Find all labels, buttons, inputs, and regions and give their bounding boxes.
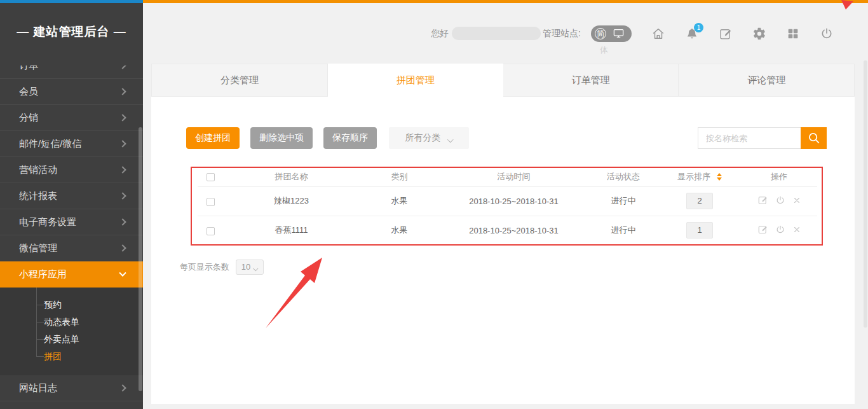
sidebar-item-members[interactable]: 会员 — [0, 79, 143, 105]
edit-icon[interactable] — [757, 224, 768, 235]
tab-category-management[interactable]: 分类管理 — [151, 64, 328, 97]
sidebar-item-miniprogram[interactable]: 小程序应用 — [0, 261, 143, 288]
submenu-item-label: 拼团 — [44, 351, 62, 361]
groupbuy-table: 拼团名称 类别 活动时间 活动状态 显示排序 操作 — [198, 167, 817, 246]
cell-status: 进行中 — [588, 186, 658, 216]
disable-power-icon[interactable] — [775, 225, 785, 235]
search-input[interactable] — [698, 127, 801, 149]
sidebar-item-wechat[interactable]: 微信管理 — [0, 235, 143, 261]
chevron-right-icon — [119, 244, 126, 251]
cell-name: 香蕉1111 — [223, 216, 360, 245]
tab-label: 订单管理 — [571, 74, 609, 87]
main-area: 您好 管理站点: 简 体 1 分类管理 — [143, 3, 868, 409]
masked-username — [452, 27, 541, 40]
submenu-item-label: 动态表单 — [44, 317, 79, 327]
settings-gear-icon[interactable] — [752, 27, 766, 41]
save-order-button[interactable]: 保存顺序 — [323, 127, 377, 149]
column-header-status: 活动状态 — [588, 167, 658, 186]
search-box — [698, 127, 827, 149]
submenu-item-group-buy[interactable]: 拼团 — [0, 348, 143, 365]
toolbar: 创建拼团 删除选中项 保存顺序 所有分类 — [151, 97, 855, 149]
sidebar: — 建站管理后台 — 订单 会员 分销 邮件/短信/微信 营销活动 统计报表 电… — [0, 3, 143, 409]
submenu-item-takeout[interactable]: 外卖点单 — [0, 331, 143, 348]
tab-comment-management[interactable]: 评论管理 — [679, 64, 855, 97]
sidebar-item-label: 会员 — [19, 86, 38, 98]
sidebar-item-site-log[interactable]: 网站日志 — [0, 375, 143, 401]
delete-x-icon[interactable] — [792, 196, 801, 205]
sidebar-scrollbar-thumb[interactable] — [139, 127, 142, 391]
sidebar-item-label: 营销活动 — [19, 164, 57, 176]
row-checkbox[interactable] — [207, 227, 215, 235]
disable-power-icon[interactable] — [775, 195, 785, 205]
cell-status: 进行中 — [588, 216, 658, 245]
notifications-bell-icon[interactable]: 1 — [685, 27, 699, 41]
order-input[interactable]: 1 — [686, 222, 713, 239]
content-top-strip — [143, 0, 868, 3]
submenu-item-label: 外卖点单 — [44, 334, 79, 344]
sidebar-item-marketing[interactable]: 营销活动 — [0, 157, 143, 183]
language-switch-pill[interactable]: 简 体 — [591, 25, 632, 42]
sort-desc-icon — [717, 177, 722, 181]
category-filter-dropdown[interactable]: 所有分类 — [389, 127, 469, 149]
search-button[interactable] — [801, 127, 827, 149]
tab-groupbuy-management[interactable]: 拼团管理 — [328, 64, 503, 97]
sidebar-submenu: 预约 动态表单 外卖点单 拼团 — [0, 288, 143, 375]
sidebar-item-orders[interactable]: 订单 — [0, 66, 143, 79]
tab-label: 拼团管理 — [397, 74, 435, 87]
apps-grid-icon[interactable] — [786, 27, 800, 41]
sidebar-item-label: 统计报表 — [19, 190, 57, 202]
home-icon[interactable] — [651, 27, 665, 41]
per-page-value: 10 — [241, 262, 250, 272]
submenu-item-label: 预约 — [44, 300, 62, 310]
sidebar-item-label: 订单 — [19, 66, 38, 72]
column-header-name: 拼团名称 — [223, 167, 360, 186]
delete-x-icon[interactable] — [792, 225, 801, 234]
edit-compose-icon[interactable] — [719, 27, 733, 41]
sidebar-item-label: 网站日志 — [19, 382, 57, 394]
chevron-down-icon — [119, 269, 126, 276]
row-actions — [757, 195, 801, 205]
chevron-right-icon — [119, 66, 126, 69]
sidebar-item-label: 小程序应用 — [19, 268, 67, 281]
tab-order-management[interactable]: 订单管理 — [503, 64, 679, 97]
monitor-icon — [613, 27, 625, 39]
sort-toggle-icon[interactable] — [717, 173, 722, 181]
delete-selected-button[interactable]: 删除选中项 — [250, 127, 313, 149]
create-groupbuy-button[interactable]: 创建拼团 — [186, 127, 240, 149]
greeting-label: 您好 — [431, 28, 449, 39]
order-input[interactable]: 2 — [686, 193, 713, 209]
sidebar-item-label: 微信管理 — [19, 242, 57, 254]
chevron-right-icon — [119, 166, 126, 173]
select-all-checkbox[interactable] — [207, 173, 215, 181]
chevron-right-icon — [119, 114, 126, 121]
row-checkbox[interactable] — [207, 198, 215, 206]
sidebar-item-ecommerce-settings[interactable]: 电子商务设置 — [0, 209, 143, 235]
page-scrollbar-thumb[interactable] — [864, 60, 867, 328]
sidebar-item-messaging[interactable]: 邮件/短信/微信 — [0, 131, 143, 157]
sort-asc-icon — [717, 173, 722, 176]
sidebar-item-label: 邮件/短信/微信 — [19, 138, 81, 150]
topbar: 您好 管理站点: 简 体 1 — [143, 3, 868, 64]
cell-time: 2018-10-25~2018-10-31 — [439, 216, 588, 245]
sidebar-item-distribution[interactable]: 分销 — [0, 105, 143, 131]
per-page-select[interactable]: 10 — [236, 260, 264, 275]
cell-name: 辣椒1223 — [223, 186, 360, 216]
chevron-down-icon — [447, 136, 453, 142]
sidebar-item-label: 分销 — [19, 112, 38, 124]
tab-label: 评论管理 — [747, 74, 785, 87]
chevron-right-icon — [119, 192, 126, 199]
tab-label: 分类管理 — [220, 74, 259, 87]
logout-power-icon[interactable] — [820, 27, 834, 41]
column-header-time: 活动时间 — [439, 167, 588, 186]
language-overflow-label: 体 — [600, 45, 608, 56]
pagination: 每页显示条数 10 — [180, 260, 855, 275]
sidebar-item-statistics[interactable]: 统计报表 — [0, 183, 143, 209]
per-page-label: 每页显示条数 — [180, 261, 229, 273]
chevron-right-icon — [119, 88, 126, 95]
submenu-item-dynamic-form[interactable]: 动态表单 — [0, 314, 143, 331]
chevron-right-icon — [119, 218, 126, 225]
edit-icon[interactable] — [757, 195, 768, 205]
column-header-order: 显示排序 — [677, 172, 710, 181]
category-filter-label: 所有分类 — [405, 132, 441, 144]
submenu-item-booking[interactable]: 预约 — [0, 296, 143, 314]
